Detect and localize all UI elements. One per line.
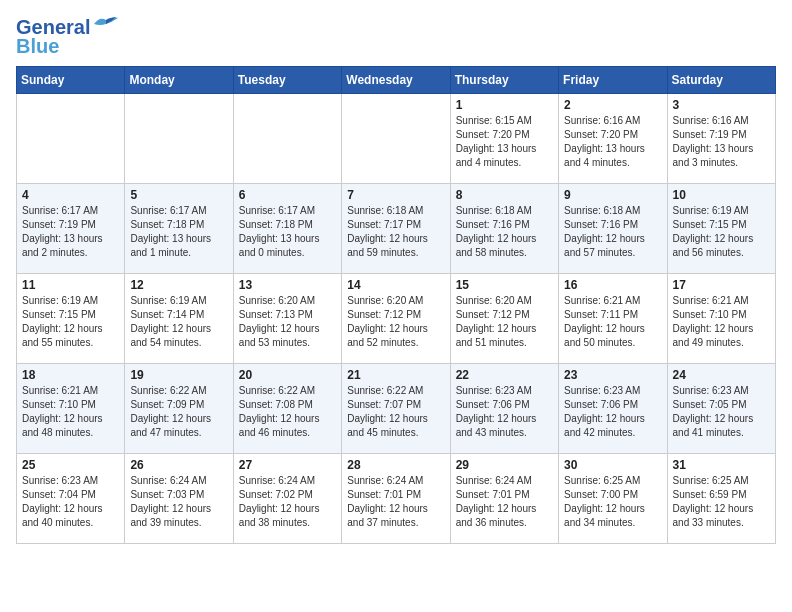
day-of-week-header: Sunday xyxy=(17,67,125,94)
calendar-cell: 24Sunrise: 6:23 AM Sunset: 7:05 PM Dayli… xyxy=(667,364,775,454)
day-number: 8 xyxy=(456,188,553,202)
page-header: General Blue xyxy=(16,16,776,58)
day-info: Sunrise: 6:19 AM Sunset: 7:15 PM Dayligh… xyxy=(673,204,770,260)
day-number: 20 xyxy=(239,368,336,382)
day-info: Sunrise: 6:20 AM Sunset: 7:13 PM Dayligh… xyxy=(239,294,336,350)
calendar-week-row: 25Sunrise: 6:23 AM Sunset: 7:04 PM Dayli… xyxy=(17,454,776,544)
day-number: 6 xyxy=(239,188,336,202)
day-of-week-header: Tuesday xyxy=(233,67,341,94)
day-info: Sunrise: 6:17 AM Sunset: 7:18 PM Dayligh… xyxy=(130,204,227,260)
day-number: 23 xyxy=(564,368,661,382)
day-info: Sunrise: 6:22 AM Sunset: 7:09 PM Dayligh… xyxy=(130,384,227,440)
calendar-cell: 10Sunrise: 6:19 AM Sunset: 7:15 PM Dayli… xyxy=(667,184,775,274)
calendar-week-row: 18Sunrise: 6:21 AM Sunset: 7:10 PM Dayli… xyxy=(17,364,776,454)
calendar-body: 1Sunrise: 6:15 AM Sunset: 7:20 PM Daylig… xyxy=(17,94,776,544)
calendar-cell: 4Sunrise: 6:17 AM Sunset: 7:19 PM Daylig… xyxy=(17,184,125,274)
calendar-cell xyxy=(233,94,341,184)
day-number: 16 xyxy=(564,278,661,292)
calendar-cell: 9Sunrise: 6:18 AM Sunset: 7:16 PM Daylig… xyxy=(559,184,667,274)
calendar-cell: 18Sunrise: 6:21 AM Sunset: 7:10 PM Dayli… xyxy=(17,364,125,454)
calendar-week-row: 11Sunrise: 6:19 AM Sunset: 7:15 PM Dayli… xyxy=(17,274,776,364)
day-number: 7 xyxy=(347,188,444,202)
day-number: 15 xyxy=(456,278,553,292)
day-of-week-header: Wednesday xyxy=(342,67,450,94)
day-number: 12 xyxy=(130,278,227,292)
day-info: Sunrise: 6:16 AM Sunset: 7:20 PM Dayligh… xyxy=(564,114,661,170)
calendar-cell: 27Sunrise: 6:24 AM Sunset: 7:02 PM Dayli… xyxy=(233,454,341,544)
calendar-cell: 31Sunrise: 6:25 AM Sunset: 6:59 PM Dayli… xyxy=(667,454,775,544)
day-info: Sunrise: 6:24 AM Sunset: 7:02 PM Dayligh… xyxy=(239,474,336,530)
calendar-week-row: 1Sunrise: 6:15 AM Sunset: 7:20 PM Daylig… xyxy=(17,94,776,184)
calendar-cell xyxy=(17,94,125,184)
day-number: 25 xyxy=(22,458,119,472)
day-info: Sunrise: 6:23 AM Sunset: 7:06 PM Dayligh… xyxy=(564,384,661,440)
day-number: 28 xyxy=(347,458,444,472)
calendar-cell: 12Sunrise: 6:19 AM Sunset: 7:14 PM Dayli… xyxy=(125,274,233,364)
day-info: Sunrise: 6:18 AM Sunset: 7:16 PM Dayligh… xyxy=(564,204,661,260)
calendar-cell: 11Sunrise: 6:19 AM Sunset: 7:15 PM Dayli… xyxy=(17,274,125,364)
day-of-week-header: Friday xyxy=(559,67,667,94)
calendar-week-row: 4Sunrise: 6:17 AM Sunset: 7:19 PM Daylig… xyxy=(17,184,776,274)
day-info: Sunrise: 6:23 AM Sunset: 7:04 PM Dayligh… xyxy=(22,474,119,530)
calendar-header-row: SundayMondayTuesdayWednesdayThursdayFrid… xyxy=(17,67,776,94)
day-number: 24 xyxy=(673,368,770,382)
calendar-cell: 25Sunrise: 6:23 AM Sunset: 7:04 PM Dayli… xyxy=(17,454,125,544)
calendar-cell: 26Sunrise: 6:24 AM Sunset: 7:03 PM Dayli… xyxy=(125,454,233,544)
calendar-cell xyxy=(342,94,450,184)
day-number: 5 xyxy=(130,188,227,202)
calendar-cell xyxy=(125,94,233,184)
logo-blue: Blue xyxy=(16,35,59,58)
day-number: 30 xyxy=(564,458,661,472)
calendar-cell: 23Sunrise: 6:23 AM Sunset: 7:06 PM Dayli… xyxy=(559,364,667,454)
calendar-cell: 30Sunrise: 6:25 AM Sunset: 7:00 PM Dayli… xyxy=(559,454,667,544)
calendar-cell: 1Sunrise: 6:15 AM Sunset: 7:20 PM Daylig… xyxy=(450,94,558,184)
day-of-week-header: Thursday xyxy=(450,67,558,94)
day-info: Sunrise: 6:21 AM Sunset: 7:11 PM Dayligh… xyxy=(564,294,661,350)
calendar-cell: 2Sunrise: 6:16 AM Sunset: 7:20 PM Daylig… xyxy=(559,94,667,184)
day-info: Sunrise: 6:24 AM Sunset: 7:01 PM Dayligh… xyxy=(347,474,444,530)
day-info: Sunrise: 6:18 AM Sunset: 7:16 PM Dayligh… xyxy=(456,204,553,260)
calendar-cell: 5Sunrise: 6:17 AM Sunset: 7:18 PM Daylig… xyxy=(125,184,233,274)
day-number: 11 xyxy=(22,278,119,292)
day-number: 2 xyxy=(564,98,661,112)
day-number: 19 xyxy=(130,368,227,382)
calendar-table: SundayMondayTuesdayWednesdayThursdayFrid… xyxy=(16,66,776,544)
day-info: Sunrise: 6:23 AM Sunset: 7:05 PM Dayligh… xyxy=(673,384,770,440)
day-info: Sunrise: 6:24 AM Sunset: 7:01 PM Dayligh… xyxy=(456,474,553,530)
day-number: 31 xyxy=(673,458,770,472)
day-info: Sunrise: 6:21 AM Sunset: 7:10 PM Dayligh… xyxy=(673,294,770,350)
day-number: 18 xyxy=(22,368,119,382)
day-info: Sunrise: 6:21 AM Sunset: 7:10 PM Dayligh… xyxy=(22,384,119,440)
day-number: 22 xyxy=(456,368,553,382)
calendar-cell: 21Sunrise: 6:22 AM Sunset: 7:07 PM Dayli… xyxy=(342,364,450,454)
calendar-cell: 17Sunrise: 6:21 AM Sunset: 7:10 PM Dayli… xyxy=(667,274,775,364)
day-number: 9 xyxy=(564,188,661,202)
day-info: Sunrise: 6:25 AM Sunset: 6:59 PM Dayligh… xyxy=(673,474,770,530)
day-number: 14 xyxy=(347,278,444,292)
day-info: Sunrise: 6:22 AM Sunset: 7:07 PM Dayligh… xyxy=(347,384,444,440)
calendar-cell: 14Sunrise: 6:20 AM Sunset: 7:12 PM Dayli… xyxy=(342,274,450,364)
day-number: 26 xyxy=(130,458,227,472)
calendar-cell: 19Sunrise: 6:22 AM Sunset: 7:09 PM Dayli… xyxy=(125,364,233,454)
day-number: 10 xyxy=(673,188,770,202)
day-info: Sunrise: 6:22 AM Sunset: 7:08 PM Dayligh… xyxy=(239,384,336,440)
day-info: Sunrise: 6:19 AM Sunset: 7:14 PM Dayligh… xyxy=(130,294,227,350)
day-number: 3 xyxy=(673,98,770,112)
calendar-cell: 8Sunrise: 6:18 AM Sunset: 7:16 PM Daylig… xyxy=(450,184,558,274)
logo-bird-icon xyxy=(92,14,120,34)
day-of-week-header: Saturday xyxy=(667,67,775,94)
calendar-cell: 3Sunrise: 6:16 AM Sunset: 7:19 PM Daylig… xyxy=(667,94,775,184)
calendar-cell: 6Sunrise: 6:17 AM Sunset: 7:18 PM Daylig… xyxy=(233,184,341,274)
calendar-cell: 22Sunrise: 6:23 AM Sunset: 7:06 PM Dayli… xyxy=(450,364,558,454)
calendar-cell: 28Sunrise: 6:24 AM Sunset: 7:01 PM Dayli… xyxy=(342,454,450,544)
day-info: Sunrise: 6:20 AM Sunset: 7:12 PM Dayligh… xyxy=(456,294,553,350)
day-info: Sunrise: 6:15 AM Sunset: 7:20 PM Dayligh… xyxy=(456,114,553,170)
day-info: Sunrise: 6:17 AM Sunset: 7:19 PM Dayligh… xyxy=(22,204,119,260)
day-info: Sunrise: 6:17 AM Sunset: 7:18 PM Dayligh… xyxy=(239,204,336,260)
day-of-week-header: Monday xyxy=(125,67,233,94)
day-info: Sunrise: 6:20 AM Sunset: 7:12 PM Dayligh… xyxy=(347,294,444,350)
calendar-cell: 13Sunrise: 6:20 AM Sunset: 7:13 PM Dayli… xyxy=(233,274,341,364)
calendar-cell: 15Sunrise: 6:20 AM Sunset: 7:12 PM Dayli… xyxy=(450,274,558,364)
calendar-cell: 20Sunrise: 6:22 AM Sunset: 7:08 PM Dayli… xyxy=(233,364,341,454)
day-info: Sunrise: 6:18 AM Sunset: 7:17 PM Dayligh… xyxy=(347,204,444,260)
